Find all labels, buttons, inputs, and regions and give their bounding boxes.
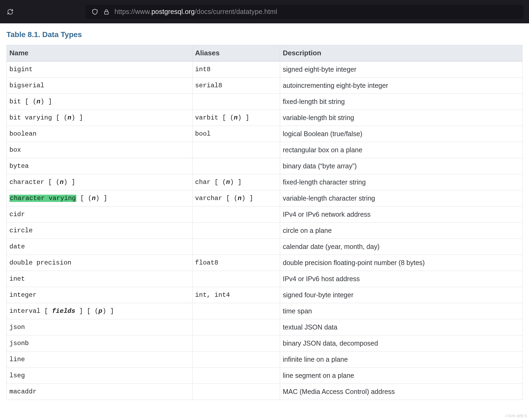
cell-aliases bbox=[192, 384, 280, 400]
cell-name: line bbox=[7, 352, 192, 368]
cell-description: calendar date (year, month, day) bbox=[280, 239, 523, 255]
cell-description: circle on a plane bbox=[280, 223, 523, 239]
cell-aliases bbox=[192, 158, 280, 174]
url-scheme-sub: https://www. bbox=[115, 8, 151, 15]
cell-aliases: varbit [ (n) ] bbox=[192, 110, 280, 126]
cell-name: inet bbox=[7, 271, 192, 287]
cell-aliases bbox=[192, 368, 280, 384]
cell-aliases bbox=[192, 352, 280, 368]
cell-description: IPv4 or IPv6 network address bbox=[280, 207, 523, 223]
table-row: integerint, int4signed four-byte integer bbox=[7, 287, 523, 303]
cell-description: double precision floating-point number (… bbox=[280, 255, 523, 271]
cell-description: infinite line on a plane bbox=[280, 352, 523, 368]
table-row: character [ (n) ]char [ (n) ]fixed-lengt… bbox=[7, 174, 523, 190]
cell-name: jsonb bbox=[7, 335, 192, 352]
cell-description: signed eight-byte integer bbox=[280, 61, 523, 78]
cell-name: character [ (n) ] bbox=[7, 174, 192, 190]
cell-description: line segment on a plane bbox=[280, 368, 523, 384]
cell-aliases bbox=[192, 142, 280, 158]
col-header-description: Description bbox=[280, 45, 523, 61]
url-domain: postgresql.org bbox=[151, 8, 195, 15]
cell-description: fixed-length bit string bbox=[280, 94, 523, 110]
col-header-name: Name bbox=[7, 45, 192, 61]
cell-name: lseg bbox=[7, 368, 192, 384]
cell-aliases bbox=[192, 319, 280, 335]
reload-button[interactable] bbox=[5, 7, 15, 17]
table-row: booleanboollogical Boolean (true/false) bbox=[7, 126, 523, 142]
lock-icon bbox=[103, 9, 110, 15]
cell-aliases bbox=[192, 239, 280, 255]
table-row: lsegline segment on a plane bbox=[7, 368, 523, 384]
cell-name: date bbox=[7, 239, 192, 255]
url-text: https://www.postgresql.org/docs/current/… bbox=[115, 8, 277, 16]
table-row: interval [ fields ] [ (p) ]time span bbox=[7, 303, 523, 319]
table-row: datecalendar date (year, month, day) bbox=[7, 239, 523, 255]
table-row: bit [ (n) ]fixed-length bit string bbox=[7, 94, 523, 110]
table-row: character varying [ (n) ]varchar [ (n) ]… bbox=[7, 190, 523, 207]
table-row: bigintint8signed eight-byte integer bbox=[7, 61, 523, 78]
cell-aliases: int8 bbox=[192, 61, 280, 78]
cell-name: integer bbox=[7, 287, 192, 303]
table-row: cidrIPv4 or IPv6 network address bbox=[7, 207, 523, 223]
cell-name: macaddr bbox=[7, 384, 192, 400]
cell-description: variable-length character string bbox=[280, 190, 523, 207]
cell-name: json bbox=[7, 319, 192, 335]
cell-description: autoincrementing eight-byte integer bbox=[280, 78, 523, 94]
cell-description: variable-length bit string bbox=[280, 110, 523, 126]
cell-aliases bbox=[192, 271, 280, 287]
cell-description: fixed-length character string bbox=[280, 174, 523, 190]
cell-description: binary JSON data, decomposed bbox=[280, 335, 523, 352]
cell-aliases bbox=[192, 207, 280, 223]
cell-aliases bbox=[192, 223, 280, 239]
cell-description: signed four-byte integer bbox=[280, 287, 523, 303]
table-row: macaddrMAC (Media Access Control) addres… bbox=[7, 384, 523, 400]
cell-description: textual JSON data bbox=[280, 319, 523, 335]
cell-description: time span bbox=[280, 303, 523, 319]
table-caption: Table 8.1. Data Types bbox=[6, 30, 523, 39]
table-row: bigserialserial8autoincrementing eight-b… bbox=[7, 78, 523, 94]
table-row: inetIPv4 or IPv6 host address bbox=[7, 271, 523, 287]
cell-aliases: serial8 bbox=[192, 78, 280, 94]
cell-name: bytea bbox=[7, 158, 192, 174]
cell-aliases bbox=[192, 303, 280, 319]
table-header-row: Name Aliases Description bbox=[7, 45, 523, 61]
table-row: double precisionfloat8double precision f… bbox=[7, 255, 523, 271]
cell-aliases bbox=[192, 335, 280, 352]
reload-icon bbox=[7, 8, 13, 16]
col-header-aliases: Aliases bbox=[192, 45, 280, 61]
table-row: circlecircle on a plane bbox=[7, 223, 523, 239]
cell-name: bigserial bbox=[7, 78, 192, 94]
cell-description: logical Boolean (true/false) bbox=[280, 126, 523, 142]
svg-rect-0 bbox=[105, 12, 108, 14]
cell-name: bit varying [ (n) ] bbox=[7, 110, 192, 126]
cell-description: MAC (Media Access Control) address bbox=[280, 384, 523, 400]
shield-icon bbox=[91, 8, 98, 15]
cell-name: cidr bbox=[7, 207, 192, 223]
browser-toolbar: https://www.postgresql.org/docs/current/… bbox=[0, 0, 529, 23]
table-row: lineinfinite line on a plane bbox=[7, 352, 523, 368]
cell-description: binary data (“byte array”) bbox=[280, 158, 523, 174]
url-bar[interactable]: https://www.postgresql.org/docs/current/… bbox=[85, 5, 524, 19]
cell-name: double precision bbox=[7, 255, 192, 271]
cell-description: rectangular box on a plane bbox=[280, 142, 523, 158]
page-content: Table 8.1. Data Types Name Aliases Descr… bbox=[0, 23, 529, 400]
cell-aliases: int, int4 bbox=[192, 287, 280, 303]
table-row: bit varying [ (n) ]varbit [ (n) ]variabl… bbox=[7, 110, 523, 126]
table-row: byteabinary data (“byte array”) bbox=[7, 158, 523, 174]
data-types-table: Name Aliases Description bigintint8signe… bbox=[6, 45, 523, 400]
cell-aliases bbox=[192, 94, 280, 110]
table-row: jsonbbinary JSON data, decomposed bbox=[7, 335, 523, 352]
cell-name: character varying [ (n) ] bbox=[7, 190, 192, 207]
cell-aliases: char [ (n) ] bbox=[192, 174, 280, 190]
url-path: /docs/current/datatype.html bbox=[195, 8, 277, 15]
cell-name: bigint bbox=[7, 61, 192, 78]
cell-name: interval [ fields ] [ (p) ] bbox=[7, 303, 192, 319]
cell-name: boolean bbox=[7, 126, 192, 142]
table-row: jsontextual JSON data bbox=[7, 319, 523, 335]
table-row: boxrectangular box on a plane bbox=[7, 142, 523, 158]
cell-aliases: float8 bbox=[192, 255, 280, 271]
cell-aliases: varchar [ (n) ] bbox=[192, 190, 280, 207]
cell-name: bit [ (n) ] bbox=[7, 94, 192, 110]
cell-name: circle bbox=[7, 223, 192, 239]
cell-aliases: bool bbox=[192, 126, 280, 142]
